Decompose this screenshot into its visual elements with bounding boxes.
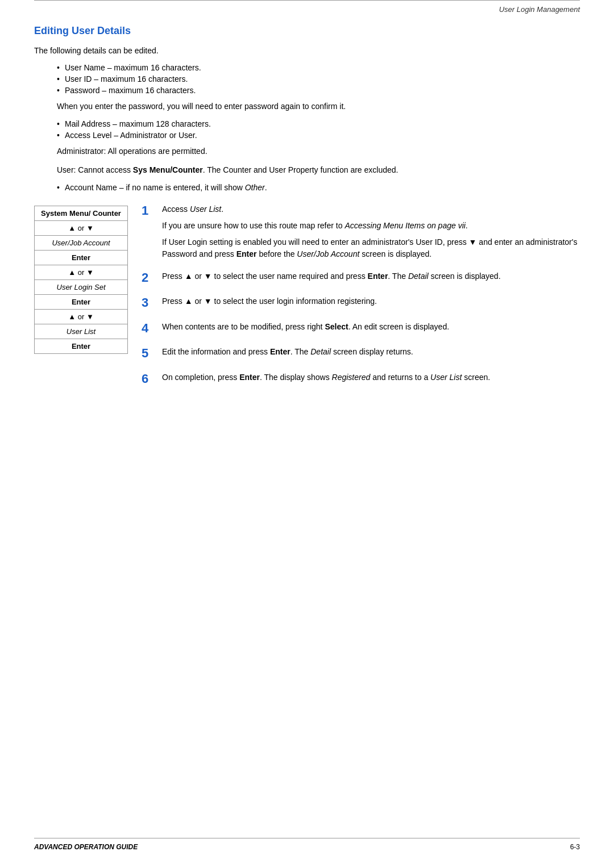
step-text: Access User List. xyxy=(162,203,580,215)
step-text: On completion, press Enter. The display … xyxy=(162,372,580,383)
list-item: Access Level – Administrator or User. xyxy=(57,131,580,140)
step-number-2: 2 xyxy=(142,270,153,285)
step-text: Press ▲ or ▼ to select the user login in… xyxy=(162,295,580,307)
step-text: If User Login setting is enabled you wil… xyxy=(162,236,580,260)
list-item: User Name – maximum 16 characters. xyxy=(57,63,580,72)
step-content-2: Press ▲ or ▼ to select the user name req… xyxy=(162,270,580,282)
step-content-3: Press ▲ or ▼ to select the user login in… xyxy=(162,295,580,307)
step-number-6: 6 xyxy=(142,372,153,386)
list-item: User ID – maximum 16 characters. xyxy=(57,74,580,84)
step-number-3: 3 xyxy=(142,295,153,310)
footer-page-number: 6-3 xyxy=(570,843,580,851)
step-text: Edit the information and press Enter. Th… xyxy=(162,346,580,358)
step-number-1: 1 xyxy=(142,203,153,218)
route-map-table: System Menu/ Counter ▲ or ▼ User/Job Acc… xyxy=(34,206,128,354)
intro-paragraph: The following details can be edited. xyxy=(34,46,580,55)
bullet-list-2: Mail Address – maximum 128 characters. A… xyxy=(57,119,580,140)
page-footer: ADVANCED OPERATION GUIDE 6-3 xyxy=(34,838,580,851)
step-item-2: 2 Press ▲ or ▼ to select the user name r… xyxy=(142,270,580,285)
steps-section: System Menu/ Counter ▲ or ▼ User/Job Acc… xyxy=(34,203,580,397)
main-content: Editing User Details The following detai… xyxy=(0,14,614,397)
route-map-row: ▲ or ▼ xyxy=(35,221,127,236)
user-note: User: Cannot access Sys Menu/Counter. Th… xyxy=(57,164,580,176)
step-text: When contents are to be modified, press … xyxy=(162,321,580,333)
step-content-4: When contents are to be modified, press … xyxy=(162,321,580,333)
step-text: If you are unsure how to use this route … xyxy=(162,220,580,232)
step-item-6: 6 On completion, press Enter. The displa… xyxy=(142,372,580,386)
list-item: Password – maximum 16 characters. xyxy=(57,86,580,95)
page-container: User Login Management Editing User Detai… xyxy=(0,0,614,868)
list-item: Mail Address – maximum 128 characters. xyxy=(57,119,580,128)
route-map-row: System Menu/ Counter xyxy=(35,206,127,221)
step-content-1: Access User List. If you are unsure how … xyxy=(162,203,580,260)
list-item: Account Name – if no name is entered, it… xyxy=(57,183,580,192)
step-text: Press ▲ or ▼ to select the user name req… xyxy=(162,270,580,282)
route-map-row: ▲ or ▼ xyxy=(35,265,127,280)
header-section: User Login Management xyxy=(34,0,580,14)
step-item-4: 4 When contents are to be modified, pres… xyxy=(142,321,580,336)
route-map-row: ▲ or ▼ xyxy=(35,310,127,324)
steps-list: 1 Access User List. If you are unsure ho… xyxy=(128,203,580,397)
page-title: Editing User Details xyxy=(34,25,580,37)
bullet-list-1: User Name – maximum 16 characters. User … xyxy=(57,63,580,95)
route-map-row: Enter xyxy=(35,339,127,353)
password-note: When you enter the password, you will ne… xyxy=(57,101,580,112)
route-map-row: User List xyxy=(35,324,127,339)
route-map-row: Enter xyxy=(35,251,127,265)
step-item-5: 5 Edit the information and press Enter. … xyxy=(142,346,580,361)
step-item-3: 3 Press ▲ or ▼ to select the user login … xyxy=(142,295,580,310)
header-title: User Login Management xyxy=(34,5,580,14)
admin-note: Administrator: All operations are permit… xyxy=(57,145,580,157)
route-map-row: Enter xyxy=(35,295,127,310)
footer-left-text: ADVANCED OPERATION GUIDE xyxy=(34,843,138,851)
route-map-row: User/Job Account xyxy=(35,236,127,251)
step-number-5: 5 xyxy=(142,346,153,361)
route-map-row: User Login Set xyxy=(35,280,127,295)
step-item-1: 1 Access User List. If you are unsure ho… xyxy=(142,203,580,260)
step-number-4: 4 xyxy=(142,321,153,336)
step-content-5: Edit the information and press Enter. Th… xyxy=(162,346,580,358)
bullet-list-3: Account Name – if no name is entered, it… xyxy=(57,183,580,192)
step-content-6: On completion, press Enter. The display … xyxy=(162,372,580,383)
